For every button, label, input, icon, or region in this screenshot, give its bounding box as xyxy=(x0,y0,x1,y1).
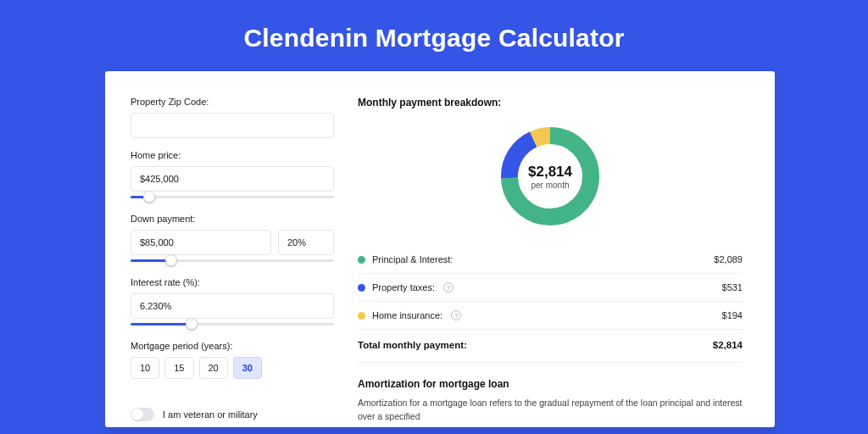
down-payment-pct-input[interactable] xyxy=(278,230,334,255)
total-label: Total monthly payment: xyxy=(358,340,467,350)
period-tab-10[interactable]: 10 xyxy=(131,357,159,379)
legend-row-taxes: Property taxes: ? $531 xyxy=(358,274,743,302)
legend-dot-principal xyxy=(358,256,365,264)
period-tabs: 10 15 20 30 xyxy=(131,357,334,379)
period-tab-15[interactable]: 15 xyxy=(164,357,193,379)
legend-value-principal: $2,089 xyxy=(714,254,743,264)
legend-label-taxes: Property taxes: xyxy=(372,282,435,292)
interest-slider[interactable] xyxy=(131,320,334,329)
donut-wrap: $2,814 per month xyxy=(358,114,743,246)
down-payment-slider[interactable] xyxy=(131,257,334,265)
donut-center: $2,814 per month xyxy=(496,122,604,231)
legend-value-insurance: $194 xyxy=(722,310,743,320)
legend-row-principal: Principal & Interest: $2,089 xyxy=(358,246,743,274)
down-payment-slider-thumb[interactable] xyxy=(165,254,177,266)
veteran-row: I am veteran or military xyxy=(131,391,334,421)
zip-group: Property Zip Code: xyxy=(131,97,334,138)
veteran-toggle-knob xyxy=(131,409,143,420)
donut-center-value: $2,814 xyxy=(528,164,572,181)
breakdown-title: Monthly payment breakdown: xyxy=(358,97,743,108)
interest-label: Interest rate (%): xyxy=(131,277,334,287)
zip-label: Property Zip Code: xyxy=(131,97,334,107)
veteran-label: I am veteran or military xyxy=(163,409,258,420)
legend-label-principal: Principal & Interest: xyxy=(372,254,453,264)
info-icon[interactable]: ? xyxy=(451,310,461,320)
input-panel: Property Zip Code: Home price: Down paym… xyxy=(131,97,334,427)
period-tab-20[interactable]: 20 xyxy=(199,357,228,379)
info-icon[interactable]: ? xyxy=(443,282,453,292)
interest-slider-fill xyxy=(131,323,192,326)
legend-dot-insurance xyxy=(358,312,365,320)
home-price-slider[interactable] xyxy=(131,193,334,202)
interest-group: Interest rate (%): xyxy=(131,277,334,329)
page-title: Clendenin Mortgage Calculator xyxy=(0,0,868,71)
donut-chart: $2,814 per month xyxy=(496,122,604,231)
zip-input[interactable] xyxy=(131,113,334,138)
interest-slider-thumb[interactable] xyxy=(186,318,198,330)
down-payment-input[interactable] xyxy=(131,230,271,255)
interest-input[interactable] xyxy=(131,293,334,319)
home-price-group: Home price: xyxy=(131,150,334,202)
down-payment-group: Down payment: xyxy=(131,214,334,265)
home-price-input[interactable] xyxy=(131,166,334,192)
period-label: Mortgage period (years): xyxy=(131,341,334,351)
home-price-label: Home price: xyxy=(131,150,334,160)
legend-value-taxes: $531 xyxy=(722,282,743,292)
legend-label-insurance: Home insurance: xyxy=(372,310,442,320)
donut-center-sub: per month xyxy=(531,181,569,190)
legend-row-insurance: Home insurance: ? $194 xyxy=(358,302,743,330)
home-price-slider-thumb[interactable] xyxy=(143,191,155,203)
down-payment-row xyxy=(131,230,334,255)
veteran-toggle[interactable] xyxy=(131,408,154,421)
calculator-card: Property Zip Code: Home price: Down paym… xyxy=(105,71,775,427)
total-row: Total monthly payment: $2,814 xyxy=(358,330,743,359)
amortization-text: Amortization for a mortgage loan refers … xyxy=(358,397,743,424)
breakdown-panel: Monthly payment breakdown: $2,814 per mo… xyxy=(358,97,743,427)
period-group: Mortgage period (years): 10 15 20 30 xyxy=(131,341,334,379)
amortization-title: Amortization for mortgage loan xyxy=(358,362,743,397)
down-payment-label: Down payment: xyxy=(131,214,334,224)
total-value: $2,814 xyxy=(713,340,743,350)
legend-dot-taxes xyxy=(358,284,365,292)
period-tab-30[interactable]: 30 xyxy=(233,357,262,379)
